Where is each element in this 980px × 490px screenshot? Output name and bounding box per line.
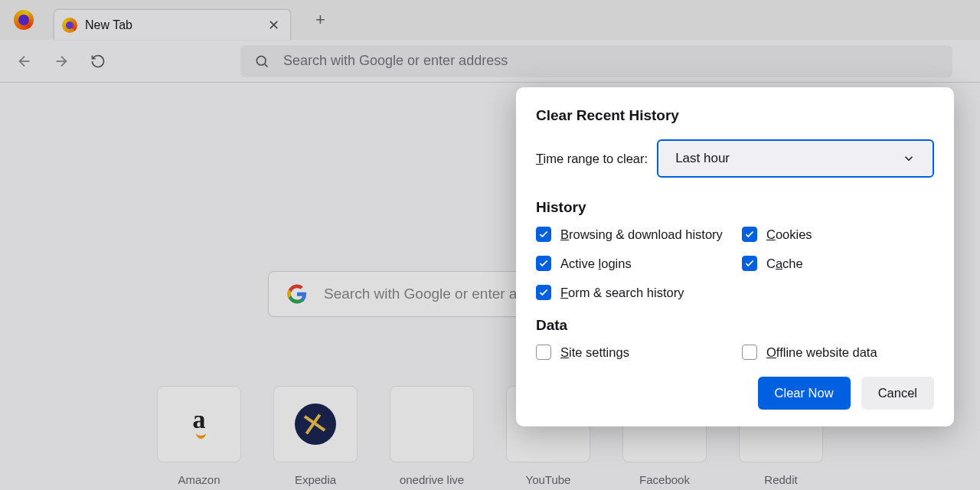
browser-tab[interactable]: New Tab ✕ [54, 9, 291, 40]
address-placeholder: Search with Google or enter address [283, 53, 508, 69]
clear-history-dialog: Clear Recent History Time range to clear… [516, 87, 954, 426]
new-tab-button[interactable]: + [315, 10, 325, 30]
shortcut-onedrive[interactable]: onedrive live [382, 386, 482, 486]
shortcut-tile: a [157, 386, 241, 462]
shortcut-tile [390, 386, 474, 462]
clear-now-button[interactable]: Clear Now [758, 377, 851, 410]
reload-icon [90, 54, 106, 69]
checkbox-cache[interactable] [742, 256, 757, 271]
amazon-icon: a [193, 405, 206, 434]
back-button[interactable] [15, 52, 34, 70]
time-range-label: Time range to clear: [536, 152, 648, 166]
shortcut-label: Reddit [764, 473, 797, 486]
checkbox-label: Active logins [560, 256, 632, 271]
data-section-title: Data [536, 317, 934, 334]
shortcut-label: YouTube [526, 473, 571, 486]
checkbox-label: Site settings [560, 345, 629, 360]
checkbox-form-history[interactable] [536, 285, 551, 300]
svg-point-0 [256, 56, 266, 65]
reload-button[interactable] [89, 52, 107, 70]
arrow-left-icon [16, 53, 33, 70]
checkbox-label: Cookies [766, 227, 812, 242]
checkbox-offline-data[interactable] [742, 345, 757, 360]
forward-button[interactable] [52, 52, 70, 70]
checkbox-label: Browsing & download history [560, 227, 723, 242]
chevron-down-icon [902, 152, 916, 165]
address-bar[interactable]: Search with Google or enter address [240, 45, 952, 77]
shortcut-label: onedrive live [400, 473, 464, 486]
toolbar: Search with Google or enter address [0, 40, 980, 83]
google-icon [287, 284, 307, 304]
shortcut-tile [273, 386, 358, 462]
checkbox-label: Offline website data [766, 345, 877, 360]
tab-title: New Tab [85, 18, 265, 32]
checkbox-browsing-history[interactable] [536, 227, 551, 242]
arrow-right-icon [53, 53, 70, 70]
tab-strip: New Tab ✕ + [0, 0, 980, 40]
tab-favicon-icon [62, 18, 77, 33]
time-range-value: Last hour [675, 151, 730, 166]
shortcut-label: Amazon [178, 473, 220, 486]
shortcut-expedia[interactable]: Expedia [266, 386, 365, 486]
shortcut-label: Expedia [295, 473, 336, 486]
expedia-icon [295, 403, 336, 445]
time-range-select[interactable]: Last hour [657, 139, 934, 178]
firefox-logo-icon [14, 10, 34, 30]
history-section-title: History [536, 199, 934, 216]
checkbox-cookies[interactable] [742, 227, 757, 242]
close-tab-icon[interactable]: ✕ [265, 14, 283, 37]
dialog-title: Clear Recent History [536, 107, 934, 124]
checkbox-label: Form & search history [560, 286, 684, 300]
shortcut-amazon[interactable]: a Amazon [149, 386, 249, 486]
cancel-button[interactable]: Cancel [861, 377, 934, 410]
checkbox-site-settings[interactable] [536, 345, 551, 360]
checkbox-label: Cache [766, 256, 803, 271]
search-icon [254, 54, 270, 69]
checkbox-active-logins[interactable] [536, 256, 551, 271]
shortcut-label: Facebook [639, 473, 690, 486]
